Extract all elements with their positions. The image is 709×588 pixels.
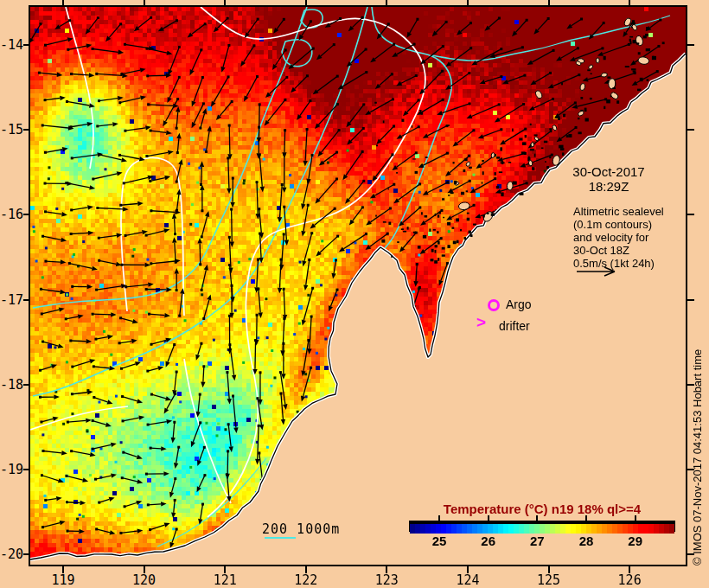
info-box: Altimetric sealevel (0.1m contours) and … [573,205,664,270]
info-line: Altimetric sealevel [573,205,664,218]
copyright-credit: © IMOS 07-Nov-2017 04:41:53 Hobart time [691,349,704,566]
colorbar-tick-label: 28 [579,534,594,548]
sst-map-canvas[interactable] [30,7,686,565]
lat-tick [687,129,694,131]
lon-tick [224,0,226,5]
colorbar-tick-label: 25 [432,534,447,548]
lon-tick [144,0,145,5]
lat-tick [23,384,29,386]
lat-tick-label: -15 [0,122,23,137]
colorbar-title: Temperature (°C) n19 18% ql>=4 [444,502,641,516]
lat-tick [23,129,29,131]
lat-tick-label: -19 [0,462,23,477]
lon-tick-label: 121 [214,572,237,588]
lon-tick-label: 125 [537,572,560,588]
drifter-marker-icon: > [476,313,486,332]
lon-tick [386,0,387,5]
drifter-label: drifter [499,319,530,333]
lat-tick [23,299,29,301]
bathymetry-contour-sample-line [265,537,296,539]
lat-tick-label: -17 [0,292,23,308]
lon-tick-label: 123 [375,572,399,588]
lon-tick [548,0,550,5]
lat-tick-label: -20 [0,546,23,562]
info-line: (0.1m contours) [573,218,664,231]
lat-tick-label: -18 [0,377,23,393]
lon-tick-label: 126 [618,572,642,588]
timestamp: 30-Oct-2017 18:29Z [553,164,664,194]
lat-tick [23,214,29,215]
lon-tick [467,0,469,5]
colorbar-tick [488,515,489,521]
map-frame [29,5,687,566]
argo-marker-icon [488,299,500,311]
colorbar [409,521,675,532]
lat-tick [687,299,694,301]
velocity-scale-arrow-icon [576,265,619,277]
colorbar-tick [536,515,538,521]
colorbar-gradient [410,524,674,534]
timestamp-date: 30-Oct-2017 [553,164,664,179]
colorbar-tick-label: 26 [481,534,495,548]
colorbar-tick [585,515,587,521]
info-line: 30-Oct 18Z [573,244,664,257]
lat-tick [23,44,29,46]
timestamp-time: 18:29Z [553,179,664,194]
lon-tick-label: 120 [132,572,156,588]
lon-tick [62,0,64,5]
info-line: and velocity for [573,231,664,244]
lat-tick [687,214,694,215]
lon-tick-label: 122 [294,572,317,588]
colorbar-tick-label: 27 [530,534,545,548]
lat-tick [23,469,29,470]
bathymetry-scale-label: 200 1000m [262,521,340,537]
lat-tick-label: -16 [0,207,23,222]
argo-label: Argo [506,297,532,311]
lat-tick [687,44,694,46]
lon-tick-label: 124 [456,572,479,588]
colorbar-tick [438,515,440,521]
lat-tick [23,553,29,555]
lon-tick [629,0,630,5]
colorbar-tick [635,515,636,521]
lon-tick-label: 119 [51,572,74,588]
lon-tick [305,0,307,5]
colorbar-tick-label: 29 [628,534,642,548]
lat-tick-label: -14 [0,37,23,53]
